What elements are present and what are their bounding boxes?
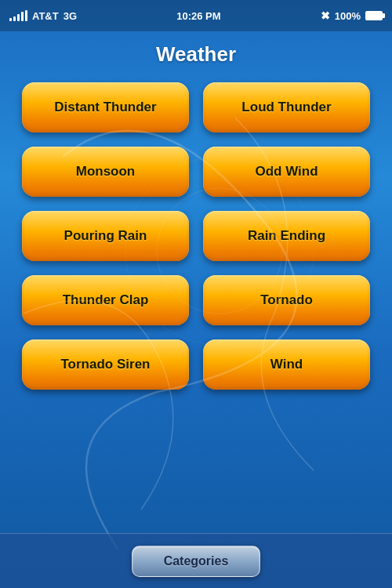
signal-bar-1 [9,18,12,21]
page-title: Weather [0,31,392,74]
status-bar: AT&T 3G 10:26 PM ✖ 100% [0,0,392,31]
signal-bar-2 [13,16,16,21]
bottom-bar: Categories [0,533,392,588]
signal-bar-4 [21,12,24,21]
weather-btn-pouring-rain[interactable]: Pouring Rain [22,211,189,261]
signal-bars-icon [9,10,27,21]
weather-btn-wind[interactable]: Wind [203,339,370,390]
weather-btn-thunder-clap[interactable]: Thunder Clap [22,275,189,325]
battery-percent-label: 100% [335,10,361,22]
status-left: AT&T 3G [9,10,77,22]
network-type-label: 3G [64,10,77,22]
weather-btn-rain-ending[interactable]: Rain Ending [203,211,370,261]
signal-bar-5 [25,10,27,21]
status-right: ✖ 100% [321,9,383,22]
carrier-label: AT&T [32,10,59,22]
weather-btn-distant-thunder[interactable]: Distant Thunder [22,82,189,132]
weather-btn-odd-wind[interactable]: Odd Wind [203,147,370,197]
categories-button[interactable]: Categories [132,546,261,577]
battery-icon [365,11,383,20]
weather-button-grid: Distant ThunderLoud ThunderMonsoonOdd Wi… [0,74,392,397]
weather-btn-loud-thunder[interactable]: Loud Thunder [203,82,370,132]
signal-bar-3 [17,14,20,21]
weather-btn-tornado-siren[interactable]: Tornado Siren [22,339,189,390]
weather-btn-tornado[interactable]: Tornado [203,275,370,325]
bluetooth-icon: ✖ [321,9,330,22]
weather-btn-monsoon[interactable]: Monsoon [22,147,189,197]
status-time: 10:26 PM [176,10,220,22]
